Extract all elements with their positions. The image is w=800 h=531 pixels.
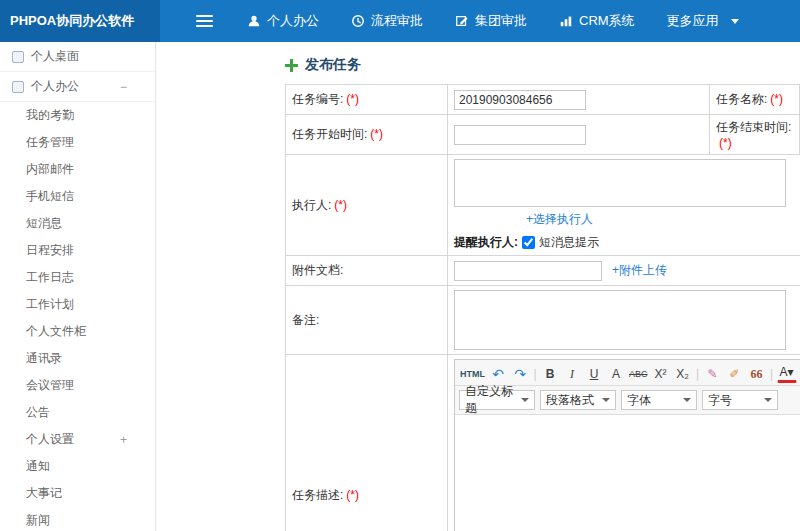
editor-toolbar-button[interactable]: B <box>540 363 560 383</box>
sidebar-item[interactable]: 个人桌面 <box>0 42 155 72</box>
expand-toggle-icon[interactable]: − <box>120 80 127 94</box>
sidebar-item[interactable]: 大事记 <box>0 480 155 507</box>
dropdown-label: 字号 <box>708 392 732 409</box>
sidebar-item[interactable]: 通讯录 <box>0 345 155 372</box>
sidebar: 个人桌面 个人办公 − 我的考勤 任务管理 内部邮件 手机短信 <box>0 42 156 531</box>
editor-toolbar-button[interactable]: ✎ <box>703 363 723 383</box>
editor-format-dropdown[interactable]: 自定义标题 <box>459 390 535 410</box>
editor-toolbar-button[interactable]: A <box>606 363 626 383</box>
attachment-input[interactable] <box>454 261 602 281</box>
field-label: 任务结束时间: <box>716 120 791 134</box>
sidebar-item-label: 内部邮件 <box>26 161 74 178</box>
sidebar-item-icon <box>12 51 24 63</box>
attachment-label: 附件文档: <box>286 256 448 286</box>
table-row: 任务描述:(*) HTML↶↷|BIUAABCX²X₂|✎✐66|A▾ 自定义标… <box>286 355 800 531</box>
description-cell: HTML↶↷|BIUAABCX²X₂|✎✐66|A▾ 自定义标题 <box>448 355 800 531</box>
publish-task-form: 发布任务 任务编号:(*) 任务名称:(*) 任务开始时间:(*) 任务结束时间… <box>285 52 800 531</box>
field-label: 附件文档: <box>292 263 343 277</box>
sidebar-item[interactable]: 工作日志 <box>0 264 155 291</box>
editor-toolbar-button[interactable]: ABC <box>628 363 649 383</box>
chevron-down-icon <box>602 398 610 402</box>
sidebar-item-label: 工作计划 <box>26 296 74 313</box>
chevron-down-icon <box>521 398 529 402</box>
editor-toolbar-button[interactable]: U <box>584 363 604 383</box>
sidebar-item-label: 大事记 <box>26 485 62 502</box>
nav-more-apps[interactable]: 更多应用 <box>651 0 755 42</box>
required-mark: (*) <box>370 127 383 141</box>
sidebar-item[interactable]: 工作计划 <box>0 291 155 318</box>
editor-toolbar-button[interactable]: I <box>562 363 582 383</box>
task-form-table: 任务编号:(*) 任务名称:(*) 任务开始时间:(*) 任务结束时间:(*) … <box>285 84 800 531</box>
dropdown-label: 段落格式 <box>546 392 594 409</box>
expand-toggle-icon[interactable]: + <box>120 433 127 447</box>
editor-toolbar-button[interactable]: X² <box>651 363 671 383</box>
editor-toolbar-button[interactable]: X₂ <box>673 363 693 383</box>
editor-toolbar-button[interactable]: A▾ <box>777 363 797 383</box>
editor-toolbar-button[interactable]: | <box>769 363 775 383</box>
nav-workflow-approval[interactable]: 流程审批 <box>335 0 439 42</box>
nav-label: CRM系统 <box>579 12 635 30</box>
table-row: 附件文档: +附件上传 <box>286 256 800 286</box>
sidebar-item[interactable]: 手机短信 <box>0 183 155 210</box>
sidebar-item[interactable]: 新闻 <box>0 507 155 531</box>
editor-format-dropdown[interactable]: 字号 <box>702 390 778 410</box>
attachment-cell: +附件上传 <box>448 256 800 286</box>
start-time-input[interactable] <box>454 125 586 145</box>
nav-group-approval[interactable]: 集团审批 <box>439 0 543 42</box>
editor-toolbar-button[interactable]: | <box>532 363 538 383</box>
sidebar-item-label: 通知 <box>26 458 50 475</box>
editor-toolbar-button[interactable]: | <box>695 363 701 383</box>
editor-toolbar-button[interactable]: ↶ <box>488 363 508 383</box>
sidebar-item[interactable]: 个人文件柜 <box>0 318 155 345</box>
editor-toolbar-button[interactable]: ↷ <box>510 363 530 383</box>
nav-label: 流程审批 <box>371 12 423 30</box>
top-header: PHPOA协同办公软件 个人办公 流程审批 集团审批 CRM系统 更多应用 <box>0 0 800 42</box>
dropdown-label: 字体 <box>627 392 651 409</box>
sidebar-item-label: 短消息 <box>26 215 62 232</box>
field-label: 备注: <box>292 313 319 327</box>
choose-executor-link[interactable]: +选择执行人 <box>526 212 593 226</box>
sidebar-item-label: 我的考勤 <box>26 107 74 124</box>
editor-toolbar-row2: 自定义标题 段落格式 <box>455 386 800 415</box>
editor-toolbar-button[interactable]: ✐ <box>725 363 745 383</box>
sidebar-item-icon <box>12 81 24 93</box>
table-row: 任务开始时间:(*) 任务结束时间:(*) <box>286 115 800 155</box>
sidebar-item-label: 公告 <box>26 404 50 421</box>
editor-format-selects: 自定义标题 段落格式 <box>459 390 778 410</box>
app-logo[interactable]: PHPOA协同办公软件 <box>0 0 160 42</box>
bar-chart-icon <box>559 14 573 28</box>
table-row: 执行人:(*) +选择执行人 提醒执行人: 短消息提示 <box>286 155 800 256</box>
nav-crm-system[interactable]: CRM系统 <box>543 0 651 42</box>
task-no-input[interactable] <box>454 90 586 110</box>
editor-toolbar-button[interactable]: 66 <box>747 363 767 383</box>
sidebar-item[interactable]: 任务管理 <box>0 129 155 156</box>
sidebar-item[interactable]: 日程安排 <box>0 237 155 264</box>
hamburger-menu-icon[interactable] <box>196 15 213 27</box>
sidebar-item-label: 工作日志 <box>26 269 74 286</box>
remind-label: 提醒执行人: <box>454 234 518 251</box>
editor-toolbar-button[interactable]: HTML <box>459 363 486 383</box>
nav-personal-office[interactable]: 个人办公 <box>231 0 335 42</box>
add-icon <box>285 59 298 72</box>
align-icon[interactable]: ≡ <box>794 390 800 410</box>
sidebar-item[interactable]: 个人设置 + <box>0 426 155 453</box>
sidebar-item[interactable]: 个人办公 − <box>0 72 155 102</box>
edit-icon <box>455 14 469 28</box>
attachment-upload-link[interactable]: +附件上传 <box>612 262 667 279</box>
sidebar-item[interactable]: 短消息 <box>0 210 155 237</box>
executor-label: 执行人:(*) <box>286 155 448 256</box>
editor-format-dropdown[interactable]: 段落格式 <box>540 390 616 410</box>
editor-format-dropdown[interactable]: 字体 <box>621 390 697 410</box>
sidebar-item[interactable]: 通知 <box>0 453 155 480</box>
required-mark: (*) <box>346 92 359 106</box>
sidebar-item[interactable]: 我的考勤 <box>0 102 155 129</box>
sidebar-item[interactable]: 内部邮件 <box>0 156 155 183</box>
sms-tip-checkbox[interactable] <box>522 236 535 249</box>
person-icon <box>247 14 261 28</box>
dropdown-label: 自定义标题 <box>465 383 514 417</box>
sidebar-item[interactable]: 会议管理 <box>0 372 155 399</box>
executor-textarea[interactable] <box>454 159 786 207</box>
remark-textarea[interactable] <box>454 290 786 350</box>
sidebar-item[interactable]: 公告 <box>0 399 155 426</box>
editor-content-area[interactable] <box>455 415 800 531</box>
